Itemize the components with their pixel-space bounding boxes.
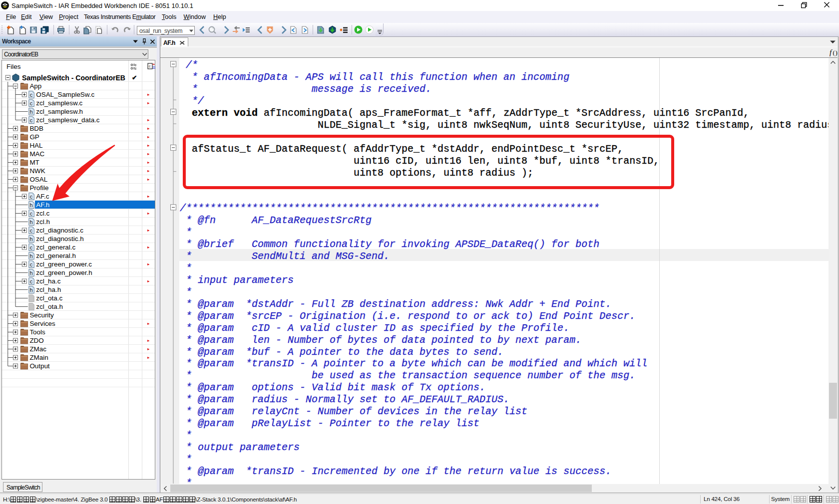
svg-text:f: f [830,48,833,56]
svg-text:h: h [29,236,32,242]
svg-text:): ) [836,49,838,56]
svg-text:c: c [30,228,33,234]
svg-text:c: c [30,194,33,200]
svg-text:h: h [29,219,32,225]
svg-text:h: h [29,253,32,259]
svg-text:c: c [30,100,33,106]
svg-text:c: c [30,92,33,98]
svg-text:h: h [29,109,32,115]
svg-text:h: h [29,202,32,208]
svg-text:c: c [30,245,33,251]
svg-text:h: h [29,270,32,276]
svg-text:h: h [29,287,32,293]
svg-text:c: c [30,211,33,217]
svg-text:c: c [30,261,33,267]
svg-text:c: c [30,278,33,284]
svg-text:c: c [30,117,33,123]
svg-text:(: ( [833,49,835,56]
svg-text:c: c [149,64,151,68]
